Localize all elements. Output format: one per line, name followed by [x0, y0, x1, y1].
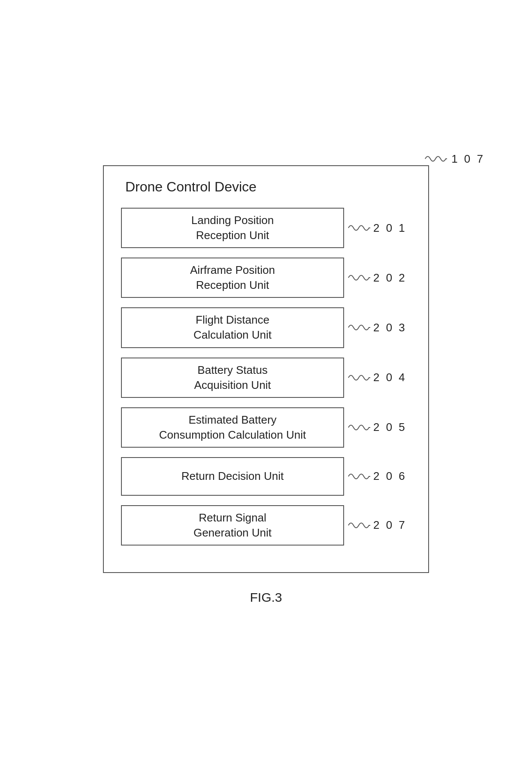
outer-box-wrapper: 1 0 7 Drone Control Device Landing Posit… [103, 165, 429, 573]
outer-box: Drone Control Device Landing PositionRec… [103, 165, 429, 573]
unit-box-202: Airframe PositionReception Unit [121, 258, 344, 298]
label-area-203: 2 0 3 [348, 321, 408, 334]
fig-label: FIG.3 [250, 590, 282, 605]
squiggle-icon-206 [348, 470, 371, 483]
unit-box-203: Flight DistanceCalculation Unit [121, 307, 344, 348]
unit-label-207: Return SignalGeneration Unit [193, 510, 272, 540]
unit-box-205: Estimated BatteryConsumption Calculation… [121, 407, 344, 448]
squiggle-icon-203 [348, 321, 371, 334]
unit-box-207: Return SignalGeneration Unit [121, 505, 344, 546]
squiggle-icon-204 [348, 371, 371, 384]
ref-number-201: 2 0 1 [373, 221, 407, 235]
outer-ref-label: 1 0 7 [424, 152, 485, 166]
unit-label-205: Estimated BatteryConsumption Calculation… [159, 412, 306, 443]
outer-squiggle-icon [424, 152, 448, 165]
unit-box-201: Landing PositionReception Unit [121, 208, 344, 248]
unit-label-201: Landing PositionReception Unit [191, 213, 274, 243]
unit-label-206: Return Decision Unit [181, 469, 284, 484]
label-area-205: 2 0 5 [348, 421, 408, 434]
squiggle-icon-205 [348, 421, 371, 434]
diagram-wrapper: 1 0 7 Drone Control Device Landing Posit… [73, 165, 459, 605]
unit-row-201: Landing PositionReception Unit2 0 1 [121, 208, 411, 248]
label-area-202: 2 0 2 [348, 271, 408, 285]
label-area-204: 2 0 4 [348, 371, 408, 384]
ref-number-203: 2 0 3 [373, 321, 407, 334]
unit-box-206: Return Decision Unit [121, 457, 344, 496]
unit-box-204: Battery StatusAcquisition Unit [121, 358, 344, 398]
unit-row-207: Return SignalGeneration Unit2 0 7 [121, 505, 411, 546]
outer-ref-number: 1 0 7 [451, 152, 485, 166]
ref-number-205: 2 0 5 [373, 421, 407, 434]
unit-row-202: Airframe PositionReception Unit2 0 2 [121, 258, 411, 298]
squiggle-icon-202 [348, 271, 371, 284]
device-title: Drone Control Device [125, 179, 411, 195]
unit-row-205: Estimated BatteryConsumption Calculation… [121, 407, 411, 448]
ref-number-202: 2 0 2 [373, 271, 407, 285]
squiggle-icon-201 [348, 221, 371, 234]
unit-label-204: Battery StatusAcquisition Unit [194, 363, 271, 393]
ref-number-206: 2 0 6 [373, 470, 407, 483]
unit-label-203: Flight DistanceCalculation Unit [193, 312, 272, 343]
units-container: Landing PositionReception Unit2 0 1Airfr… [121, 208, 411, 546]
label-area-201: 2 0 1 [348, 221, 408, 235]
unit-row-204: Battery StatusAcquisition Unit2 0 4 [121, 358, 411, 398]
ref-number-204: 2 0 4 [373, 371, 407, 384]
unit-row-203: Flight DistanceCalculation Unit2 0 3 [121, 307, 411, 348]
unit-label-202: Airframe PositionReception Unit [190, 263, 275, 293]
unit-row-206: Return Decision Unit2 0 6 [121, 457, 411, 496]
squiggle-icon-207 [348, 519, 371, 532]
ref-number-207: 2 0 7 [373, 518, 407, 532]
label-area-206: 2 0 6 [348, 470, 408, 483]
label-area-207: 2 0 7 [348, 518, 408, 532]
